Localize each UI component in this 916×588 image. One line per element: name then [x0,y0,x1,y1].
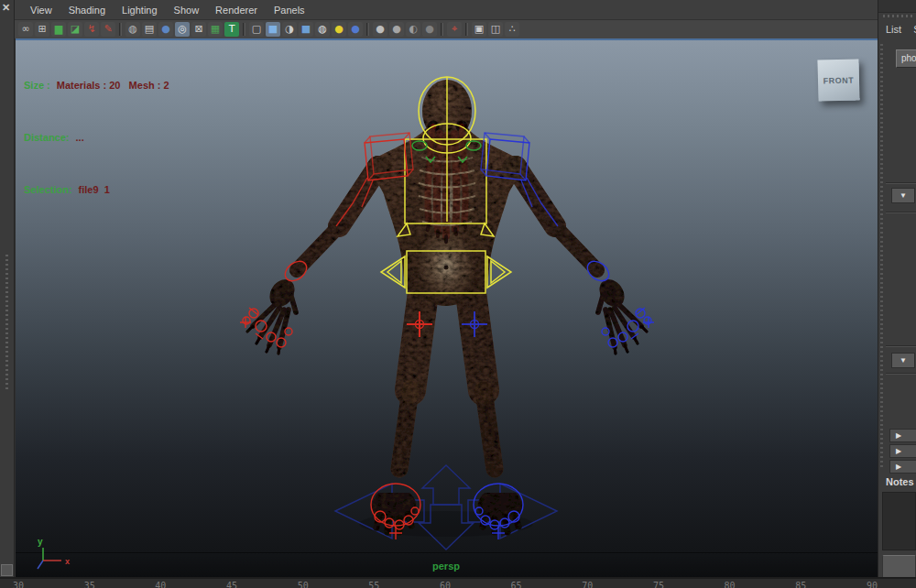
half-light-icon[interactable]: ◐ [406,22,420,37]
checker-grid-icon[interactable]: ▦ [208,22,223,37]
time-tick-label: 60 [440,582,451,588]
time-tick-label: 35 [84,582,95,588]
pick-axe-icon[interactable]: ↯ [84,22,99,37]
left-dock-strip: ✕ [0,0,15,577]
shaded-sphere-icon[interactable]: ◑ [282,22,297,37]
hud-distance-row: Distance:... [24,129,169,147]
time-tick-label: 55 [368,582,379,588]
tab-phong[interactable]: phong [896,49,916,68]
textured-cube-icon[interactable]: ■ [299,22,313,37]
toolbar-separator [119,23,122,36]
time-tick-label: 45 [226,582,237,588]
hud-size-row: Size :Materials : 20 Mesh : 2 [24,77,169,94]
panel-top-strip [878,0,916,13]
notes-textarea[interactable] [882,492,916,550]
menu-item[interactable]: View [22,2,60,18]
expand-section-button[interactable]: ▶ [889,429,916,442]
attribute-editor-panel: ListS phong ▼ ▼ ▶▶▶ Notes [878,0,916,577]
time-tick-label: 70 [582,582,593,588]
all-lights-icon[interactable]: ● [389,22,404,37]
close-icon[interactable]: ✕ [2,2,10,13]
select-object-icon[interactable]: ⌖ [447,22,462,37]
dropdown-button[interactable]: ▼ [891,188,915,203]
soft-shadow-icon[interactable]: ● [422,22,437,37]
expand-section-button[interactable]: ▶ [889,460,916,474]
cube-solid-icon[interactable]: ▣ [472,22,486,37]
share-node-icon[interactable]: ∴ [505,22,519,37]
panel-divider [886,373,916,375]
light-icon[interactable]: ● [332,22,346,37]
default-light-icon[interactable]: ● [373,22,387,37]
notes-label: Notes [886,476,914,487]
heads-up-display: Size :Materials : 20 Mesh : 2 Distance:.… [24,42,169,234]
panel-menubar: ViewShadingLightingShowRendererPanels [15,0,878,20]
front-image-plane[interactable]: FRONT [817,59,859,101]
panel-splitter-dots[interactable] [880,44,883,467]
menu-item[interactable]: Show [166,2,208,18]
shaded-cube-icon[interactable]: ■ [266,22,280,37]
snap-grid-icon[interactable]: ∞ [18,22,33,37]
wire-cube-icon[interactable]: ▢ [249,22,264,37]
time-tick-label: 30 [13,582,24,588]
scale-box-icon[interactable]: ⊠ [191,22,206,37]
toolbar-group-misc: ▣◫∴ [472,22,519,37]
camera-label: persp [432,561,460,572]
time-tick-label: 50 [298,582,309,588]
text-tool-icon[interactable]: T [224,22,239,37]
plane-icon[interactable]: ◪ [68,22,82,37]
brush-icon[interactable]: ✎ [101,22,115,37]
menu-item[interactable]: Renderer [207,2,266,18]
expand-section-button[interactable]: ▶ [889,444,916,458]
snap-page-icon[interactable]: ⊞ [35,22,49,37]
panel-drag-handle[interactable] [883,15,914,17]
hud-selection-row: Selection:file9 1 [24,181,169,199]
dock-drag-handle[interactable] [5,255,8,390]
toolbar-separator [441,23,443,36]
maya-viewport-window: ✕ ViewShadingLightingShowRendererPanels … [0,0,916,588]
checker-sphere-icon[interactable]: ◍ [315,22,330,37]
axis-indicator: y x [38,537,70,569]
cube-outline-icon[interactable]: ◫ [488,22,503,37]
blue-sphere-icon[interactable]: ● [158,22,173,37]
panel-divider [886,345,916,347]
time-tick-label: 65 [511,582,522,588]
circle-button-icon[interactable]: ◎ [175,22,190,37]
panel-divider [886,212,916,213]
toolbar-separator [465,23,468,36]
time-tick-label: 80 [725,582,736,588]
bottom-grip-handle[interactable] [1,564,13,576]
time-tick-label: 90 [867,582,878,588]
time-tick-label: 85 [795,582,806,588]
menu-item[interactable]: Lighting [114,2,166,18]
toolbar-group-display: ▢■◑■◍●● [249,22,363,37]
svg-text:y: y [38,537,43,547]
time-slider[interactable]: 30354045505560657075808590 [0,577,916,588]
menu-item[interactable]: Panels [266,2,313,18]
time-tick-label: 40 [155,582,166,588]
menu-item[interactable]: Shading [60,2,114,18]
svg-text:x: x [65,557,70,566]
panel-toolbar: ∞⊞▆◪↯✎ ◍▤●◎⊠▦T ▢■◑■◍●● ●●◐● ⌖ ▣◫∴ [15,20,878,38]
toolbar-separator [243,23,245,36]
sky-sphere-icon[interactable]: ● [348,22,363,37]
toolbar-group-snap: ∞⊞▆◪↯✎ [18,22,115,37]
panel-menu-item[interactable]: List [886,24,901,35]
panel-menu-row: ListS [886,24,916,35]
mesh-sphere-icon[interactable]: ◍ [125,22,140,37]
open-book-icon[interactable]: ▆ [51,22,66,37]
ground-direction-arrows[interactable] [335,465,557,550]
toolbar-group-lighting: ●●◐● [373,22,437,37]
panel-divider [886,182,916,184]
panel-bottom-button[interactable] [882,555,916,577]
perspective-viewport[interactable]: y x persp Size :Materials : 20 Mesh : 2 … [16,38,878,577]
toolbar-group-select: ⌖ [447,22,462,37]
toolbar-separator [366,23,369,36]
dropdown-button[interactable]: ▼ [891,353,915,368]
time-tick-label: 75 [653,582,664,588]
expand-section-buttons: ▶▶▶ [889,429,916,474]
toolbar-group-camera: ◍▤●◎⊠▦T [125,22,239,37]
film-gate-icon[interactable]: ▤ [142,22,157,37]
